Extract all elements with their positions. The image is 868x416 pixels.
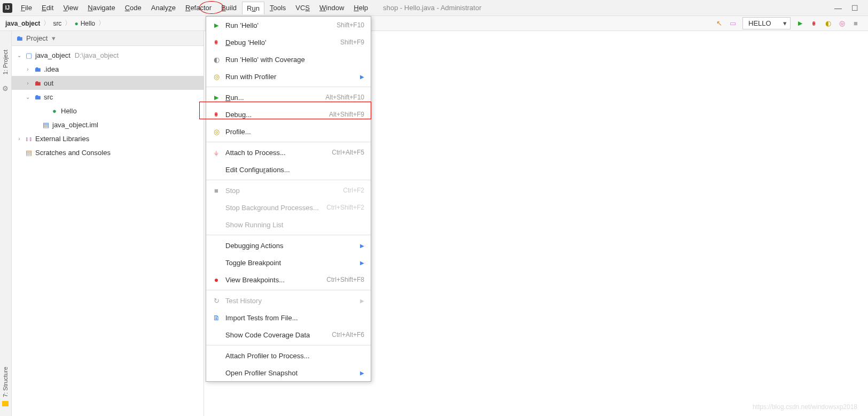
menu-tools[interactable]: Tools <box>265 2 290 14</box>
menu-run-coverage[interactable]: ◐ Run 'Hello' with Coverage <box>206 51 371 68</box>
bug-icon: ⧯ <box>212 38 221 46</box>
menubar: File Edit View Navigate Code Analyze Ref… <box>17 2 372 14</box>
left-gutter: 1: Project ⚙ 7: Structure <box>0 31 12 416</box>
menu-analyze[interactable]: Analyze <box>147 2 180 14</box>
menu-window[interactable]: Window <box>315 2 348 14</box>
menu-debug-actions[interactable]: Debugging Actions ▶ <box>206 237 371 254</box>
menu-edit[interactable]: Edit <box>37 2 58 14</box>
titlebar: IJ File Edit View Navigate Code Analyze … <box>0 0 868 16</box>
tool-window-structure[interactable]: 7: Structure <box>2 367 9 397</box>
menu-separator <box>206 235 371 235</box>
run-icon: ▶ <box>212 94 221 101</box>
menu-show-coverage[interactable]: Show Code Coverage Data Ctrl+Alt+F6 <box>206 326 371 343</box>
main-area: 1: Project ⚙ 7: Structure 🖿 Project ▾ ⌄▢… <box>0 31 868 416</box>
watermark: https://blog.csdn.net/windowsxp2018 <box>753 403 857 411</box>
plug-icon: ⏚ <box>212 149 221 157</box>
tree-idea[interactable]: ›🖿.idea <box>12 62 204 76</box>
chevron-down-icon[interactable]: ▾ <box>52 34 56 42</box>
navbar: java_object 〉 src 〉 ● Hello 〉 ↖ ▭ HELLO … <box>0 16 868 31</box>
chevron-right-icon: ▶ <box>360 298 364 304</box>
menu-toggle-breakpoint[interactable]: Toggle Breakpoint ▶ <box>206 254 371 271</box>
debug-icon[interactable]: ⧯ <box>810 19 818 28</box>
tree-iml[interactable]: ▤java_object.iml <box>12 118 204 132</box>
menu-import-tests[interactable]: 🗎 Import Tests from File... <box>206 309 371 326</box>
menu-view-breakpoints[interactable]: ● View Breakpoints... Ctrl+Shift+F8 <box>206 271 371 288</box>
window-title: shop - Hello.java - Administrator <box>383 4 481 12</box>
menu-run-generic[interactable]: ▶ Run... Alt+Shift+F10 <box>206 89 371 106</box>
breadcrumb-file[interactable]: Hello <box>81 20 95 27</box>
coverage-icon: ◐ <box>212 56 221 64</box>
document-icon: 🗎 <box>212 314 221 322</box>
run-icon: ▶ <box>212 22 221 29</box>
breadcrumb-separator: 〉 <box>65 19 71 28</box>
menu-profile-generic[interactable]: ◎ Profile... <box>206 123 371 140</box>
menu-run-hello[interactable]: ▶ Run 'Hello' Shift+F10 <box>206 17 371 34</box>
menu-stop: ■ Stop Ctrl+F2 <box>206 182 371 199</box>
menu-navigate[interactable]: Navigate <box>83 2 119 14</box>
project-panel-header[interactable]: 🖿 Project ▾ <box>12 31 204 46</box>
tree-out[interactable]: ›🖿out <box>12 76 204 90</box>
breadcrumb-src[interactable]: src <box>53 20 61 27</box>
menu-attach-profiler[interactable]: Attach Profiler to Process... <box>206 347 371 364</box>
chevron-right-icon: ▶ <box>360 370 364 376</box>
tree-src[interactable]: ⌄🖿src <box>12 90 204 104</box>
tree-scratches[interactable]: ▤Scratches and Consoles <box>12 145 204 159</box>
profiler-icon[interactable]: ◎ <box>838 19 846 28</box>
tree-external-libs[interactable]: ›⫾⫾External Libraries <box>12 132 204 145</box>
menu-help[interactable]: Help <box>349 2 372 14</box>
app-logo: IJ <box>3 3 12 13</box>
menu-open-snapshot[interactable]: Open Profiler Snapshot ▶ <box>206 364 371 381</box>
project-tree[interactable]: ⌄▢ java_objectD:\java_object ›🖿.idea ›🖿o… <box>12 46 204 159</box>
toolbar-right: ↖ ▭ HELLO ▶ ⧯ ◐ ◎ ■ <box>715 17 868 29</box>
breadcrumb[interactable]: java_object 〉 src 〉 ● Hello 〉 <box>5 19 106 28</box>
menu-debug-generic[interactable]: ⧯ Debug... Alt+Shift+F9 <box>206 106 371 123</box>
menu-stop-bg: Stop Background Processes... Ctrl+Shift+… <box>206 199 371 216</box>
run-menu-dropdown: ▶ Run 'Hello' Shift+F10 ⧯ Debug 'Hello' … <box>206 16 371 382</box>
clock-icon: ↻ <box>212 297 221 305</box>
run-icon[interactable]: ▶ <box>796 19 804 28</box>
project-panel-title: Project <box>26 34 48 42</box>
profiler-icon: ◎ <box>212 73 221 81</box>
back-nav-icon[interactable]: ↖ <box>715 19 723 28</box>
breakpoint-icon: ● <box>212 275 221 284</box>
menu-attach-process[interactable]: ⏚ Attach to Process... Ctrl+Alt+F5 <box>206 144 371 161</box>
menu-run[interactable]: Run <box>242 2 264 14</box>
breadcrumb-separator: 〉 <box>98 19 105 28</box>
tool-window-project[interactable]: 1: Project <box>2 50 9 74</box>
bug-icon: ⧯ <box>212 111 221 118</box>
menu-view[interactable]: View <box>59 2 82 14</box>
breadcrumb-project[interactable]: java_object <box>5 20 40 27</box>
tree-root[interactable]: ⌄▢ java_objectD:\java_object <box>12 48 204 62</box>
menu-edit-configs[interactable]: Edit Configurations... <box>206 161 371 178</box>
menu-separator <box>206 142 371 142</box>
project-panel: 🖿 Project ▾ ⌄▢ java_objectD:\java_object… <box>12 31 204 416</box>
maximize-button[interactable]: ☐ <box>851 4 858 12</box>
stop-icon: ■ <box>212 187 221 195</box>
select-device-icon[interactable]: ▭ <box>729 19 737 28</box>
tree-hello[interactable]: ●Hello <box>12 104 204 118</box>
minimize-button[interactable]: — <box>834 4 842 12</box>
window-controls: — ☐ <box>834 4 868 12</box>
menu-build[interactable]: Build <box>217 2 241 14</box>
chevron-right-icon: ▶ <box>360 74 364 80</box>
menu-refactor[interactable]: Refactor <box>181 2 216 14</box>
menu-run-profiler[interactable]: ◎ Run with Profiler ▶ <box>206 68 371 85</box>
coverage-icon[interactable]: ◐ <box>824 19 832 28</box>
menu-show-running: Show Running List <box>206 216 371 233</box>
menu-vcs[interactable]: VCS <box>291 2 314 14</box>
menu-separator <box>206 180 371 180</box>
run-config-selector[interactable]: HELLO <box>742 17 791 29</box>
menu-separator <box>206 345 371 345</box>
folder-icon: 🖿 <box>16 34 23 42</box>
menu-separator <box>206 290 371 290</box>
stop-icon[interactable]: ■ <box>851 19 860 28</box>
chevron-right-icon: ▶ <box>360 260 364 266</box>
chevron-right-icon: ▶ <box>360 243 364 249</box>
menu-code[interactable]: Code <box>121 2 146 14</box>
menu-test-history: ↻ Test History ▶ <box>206 292 371 309</box>
menu-debug-hello[interactable]: ⧯ Debug 'Hello' Shift+F9 <box>206 34 371 51</box>
gear-icon[interactable]: ⚙ <box>2 84 9 93</box>
menu-file[interactable]: File <box>17 2 36 14</box>
profiler-icon: ◎ <box>212 128 221 136</box>
gutter-highlight <box>2 401 9 406</box>
